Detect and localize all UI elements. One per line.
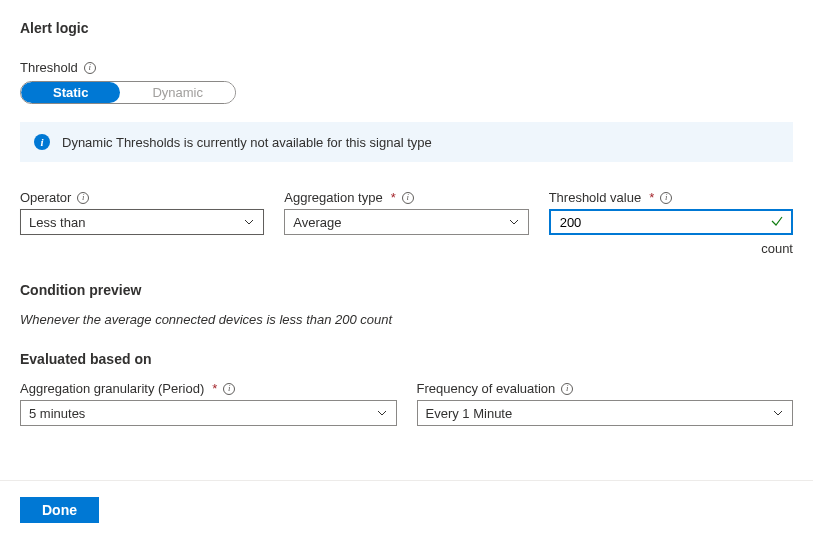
threshold-value-column: Threshold value * i count xyxy=(549,190,793,256)
info-icon[interactable]: i xyxy=(561,383,573,395)
chevron-down-icon xyxy=(772,407,784,419)
condition-preview-heading: Condition preview xyxy=(20,282,793,298)
condition-preview-text: Whenever the average connected devices i… xyxy=(20,312,793,327)
threshold-dynamic-option[interactable]: Dynamic xyxy=(120,82,235,103)
banner-text: Dynamic Thresholds is currently not avai… xyxy=(62,135,432,150)
check-icon xyxy=(770,214,784,231)
aggregation-type-label: Aggregation type xyxy=(284,190,382,205)
info-icon[interactable]: i xyxy=(77,192,89,204)
frequency-label-row: Frequency of evaluation i xyxy=(417,381,794,396)
required-asterisk: * xyxy=(212,381,217,396)
section-title: Alert logic xyxy=(20,20,793,36)
granularity-label: Aggregation granularity (Period) xyxy=(20,381,204,396)
aggregation-type-label-row: Aggregation type * i xyxy=(284,190,528,205)
threshold-unit: count xyxy=(761,241,793,256)
evaluated-row: Aggregation granularity (Period) * i 5 m… xyxy=(20,381,793,426)
controls-row: Operator i Less than Aggregation type * … xyxy=(20,190,793,256)
required-asterisk: * xyxy=(391,190,396,205)
info-icon[interactable]: i xyxy=(402,192,414,204)
threshold-value-label: Threshold value xyxy=(549,190,642,205)
threshold-label-row: Threshold i xyxy=(20,60,793,75)
threshold-value-label-row: Threshold value * i xyxy=(549,190,793,205)
threshold-static-option[interactable]: Static xyxy=(21,82,120,103)
threshold-toggle: Static Dynamic xyxy=(20,81,236,104)
done-button[interactable]: Done xyxy=(20,497,99,523)
frequency-value: Every 1 Minute xyxy=(426,406,513,421)
info-icon[interactable]: i xyxy=(223,383,235,395)
operator-label: Operator xyxy=(20,190,71,205)
evaluated-heading: Evaluated based on xyxy=(20,351,793,367)
info-icon[interactable]: i xyxy=(660,192,672,204)
operator-select[interactable]: Less than xyxy=(20,209,264,235)
chevron-down-icon xyxy=(376,407,388,419)
granularity-label-row: Aggregation granularity (Period) * i xyxy=(20,381,397,396)
footer: Done xyxy=(20,497,99,523)
granularity-column: Aggregation granularity (Period) * i 5 m… xyxy=(20,381,397,426)
required-asterisk: * xyxy=(649,190,654,205)
granularity-value: 5 minutes xyxy=(29,406,85,421)
info-icon[interactable]: i xyxy=(84,62,96,74)
aggregation-type-column: Aggregation type * i Average xyxy=(284,190,528,235)
threshold-value-input[interactable] xyxy=(558,214,739,231)
threshold-value-input-wrapper[interactable] xyxy=(549,209,793,235)
operator-label-row: Operator i xyxy=(20,190,264,205)
operator-column: Operator i Less than xyxy=(20,190,264,235)
granularity-select[interactable]: 5 minutes xyxy=(20,400,397,426)
footer-divider xyxy=(0,480,813,481)
info-banner: i Dynamic Thresholds is currently not av… xyxy=(20,122,793,162)
info-icon: i xyxy=(34,134,50,150)
operator-value: Less than xyxy=(29,215,85,230)
frequency-select[interactable]: Every 1 Minute xyxy=(417,400,794,426)
threshold-label: Threshold xyxy=(20,60,78,75)
aggregation-type-value: Average xyxy=(293,215,341,230)
frequency-label: Frequency of evaluation xyxy=(417,381,556,396)
frequency-column: Frequency of evaluation i Every 1 Minute xyxy=(417,381,794,426)
chevron-down-icon xyxy=(508,216,520,228)
aggregation-type-select[interactable]: Average xyxy=(284,209,528,235)
chevron-down-icon xyxy=(243,216,255,228)
